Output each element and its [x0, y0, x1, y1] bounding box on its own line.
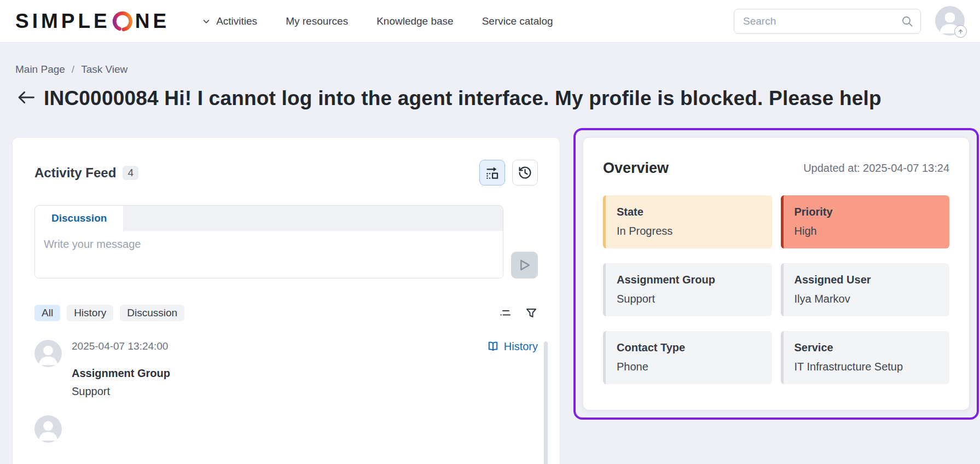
feed-scrollbar[interactable] [544, 341, 548, 464]
user-avatar[interactable] [935, 6, 965, 37]
top-nav-bar: SIMPLE NE Activities My resources [0, 0, 980, 43]
overview-card-label: State [617, 206, 761, 218]
overview-card-value: In Progress [617, 225, 761, 237]
main-content: Activity Feed 4 [0, 128, 980, 464]
search-icon[interactable] [901, 15, 914, 30]
overview-card-service: Service IT Infrastructure Setup [781, 331, 950, 384]
overview-card-contact-type: Contact Type Phone [603, 331, 772, 384]
overview-card-assigned-user: Assigned User Ilya Markov [781, 263, 950, 316]
filter-history[interactable]: History [67, 305, 113, 321]
nav-service-catalog-label: Service catalog [482, 15, 553, 27]
compose-box: Discussion [34, 205, 503, 279]
filter-funnel-icon[interactable] [525, 306, 538, 320]
feed-entry-partial [34, 415, 538, 443]
entry-field-value: Support [72, 385, 538, 398]
nav-my-resources[interactable]: My resources [286, 15, 348, 27]
nav-activities-label: Activities [216, 15, 257, 27]
logo-ring-icon [111, 10, 134, 33]
feed-entry: 2025-04-07 13:24:00 History Assignment G… [34, 340, 538, 398]
overview-card-label: Service [795, 341, 939, 354]
activity-feed-header: Activity Feed 4 [34, 160, 538, 185]
overview-card-value: High [795, 225, 939, 237]
breadcrumb-separator: / [72, 63, 74, 76]
tab-discussion[interactable]: Discussion [35, 206, 123, 231]
nav-knowledge-base-label: Knowledge base [376, 15, 454, 27]
overview-card-label: Priority [795, 206, 939, 218]
overview-title: Overview [603, 160, 669, 177]
feed-filters-row: All History Discussion [34, 305, 538, 321]
entry-avatar [34, 340, 62, 367]
entry-history-link-label: History [504, 340, 538, 353]
overview-updated-at: Updated at: 2025-04-07 13:24 [803, 162, 949, 175]
overview-card-value: Ilya Markov [795, 293, 939, 305]
back-button[interactable] [16, 84, 36, 109]
user-silhouette-icon [34, 340, 62, 367]
overview-card-state: State In Progress [603, 195, 772, 248]
message-input[interactable] [35, 231, 503, 278]
entry-timestamp: 2025-04-07 13:24:00 [72, 340, 168, 352]
nav-my-resources-label: My resources [286, 15, 348, 27]
nav-service-catalog[interactable]: Service catalog [482, 15, 553, 27]
title-row: INC0000084 Hi! I cannot log into the age… [16, 84, 980, 113]
search-input[interactable] [734, 9, 921, 34]
logo-text-left: SIMPLE [15, 10, 111, 33]
history-clock-icon [518, 165, 532, 180]
activity-feed-title: Activity Feed [34, 165, 116, 181]
overview-card-value: IT Infrastructure Setup [795, 361, 939, 373]
send-icon [517, 258, 532, 272]
simpleone-logo[interactable]: SIMPLE NE [15, 10, 170, 33]
status-up-icon [954, 25, 967, 38]
overview-card-value: Support [617, 293, 761, 305]
entry-history-link[interactable]: History [486, 340, 538, 353]
feed-arrow-square-icon [485, 165, 500, 180]
entry-field-name: Assignment Group [72, 367, 538, 380]
breadcrumb: Main Page / Task View [15, 63, 980, 76]
user-silhouette-icon [34, 415, 62, 443]
overview-header: Overview Updated at: 2025-04-07 13:24 [603, 160, 949, 177]
overview-card-assignment-group: Assignment Group Support [603, 263, 772, 316]
send-message-button[interactable] [511, 252, 538, 279]
entry-avatar [34, 415, 62, 443]
overview-card-label: Contact Type [617, 341, 761, 354]
logo-text-right: NE [135, 10, 170, 33]
feed-layout-button[interactable] [479, 160, 505, 185]
chevron-down-icon [201, 16, 211, 26]
overview-card-priority: Priority High [781, 195, 950, 248]
compose-tab-bar: Discussion [35, 206, 503, 231]
breadcrumb-main-page[interactable]: Main Page [15, 63, 65, 76]
overview-highlight-border: Overview Updated at: 2025-04-07 13:24 St… [573, 128, 979, 420]
nav-activities[interactable]: Activities [201, 15, 257, 27]
arrow-left-icon [16, 88, 36, 107]
activity-feed-actions [479, 160, 538, 185]
overview-card-label: Assigned User [795, 274, 939, 286]
sort-icon[interactable] [498, 306, 512, 320]
page-title: INC0000084 Hi! I cannot log into the age… [44, 84, 882, 113]
feed-history-button[interactable] [512, 160, 538, 185]
search-box [734, 9, 921, 34]
overview-card-value: Phone [617, 361, 761, 373]
activity-feed-panel: Activity Feed 4 [13, 138, 560, 464]
filter-all[interactable]: All [34, 305, 60, 321]
overview-grid: State In Progress Priority High Assignme… [603, 195, 949, 384]
main-navigation: Activities My resources Knowledge base S… [201, 15, 734, 27]
open-book-icon [486, 340, 500, 353]
breadcrumb-task-view[interactable]: Task View [81, 63, 127, 76]
filter-discussion[interactable]: Discussion [120, 305, 184, 321]
nav-knowledge-base[interactable]: Knowledge base [376, 15, 454, 27]
compose-row: Discussion [34, 205, 538, 279]
overview-card-label: Assignment Group [617, 274, 761, 286]
activity-feed-count-badge: 4 [123, 166, 138, 180]
overview-panel: Overview Updated at: 2025-04-07 13:24 St… [583, 138, 969, 410]
